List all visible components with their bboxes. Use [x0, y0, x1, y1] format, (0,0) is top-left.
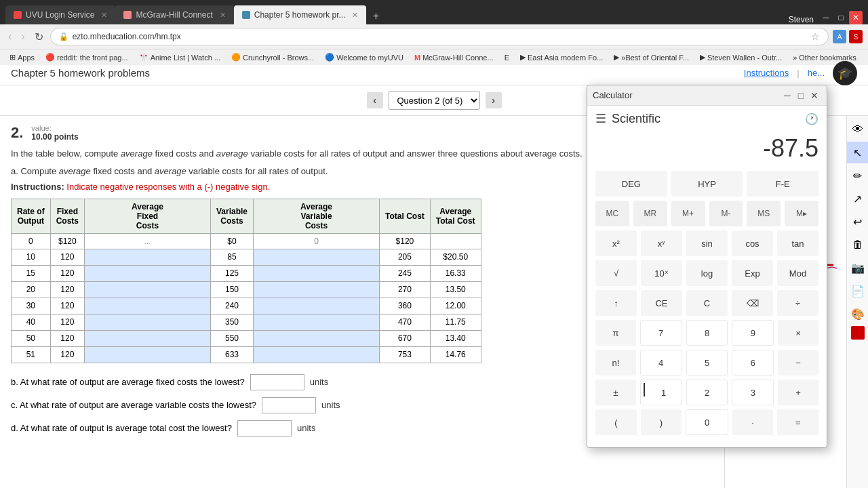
- tab-mcgraw[interactable]: McGraw-Hill Connect ✕: [115, 5, 233, 24]
- tool-arrow-button[interactable]: ↗: [847, 188, 869, 209]
- calc-mstore-button[interactable]: M▸: [785, 201, 818, 226]
- calc-divide-button[interactable]: ÷: [777, 290, 818, 316]
- bookmark-star-icon[interactable]: ☆: [811, 31, 820, 42]
- calc-restore-button[interactable]: □: [794, 89, 808, 102]
- input-avg-fixed-51[interactable]: [85, 347, 210, 363]
- calc-8-button[interactable]: 8: [686, 320, 728, 346]
- cell-avg-var-30[interactable]: [254, 298, 380, 314]
- calc-ms-button[interactable]: MS: [747, 201, 781, 226]
- bookmark-econ[interactable]: E: [500, 54, 513, 62]
- calc-pi-button[interactable]: π: [595, 320, 636, 346]
- cell-avg-fixed-20[interactable]: [85, 281, 211, 298]
- calc-mplus-button[interactable]: M+: [671, 201, 705, 226]
- ext-other[interactable]: S: [849, 30, 863, 43]
- calc-shift-button[interactable]: ↑: [595, 290, 637, 316]
- cell-avg-fixed-10[interactable]: [85, 249, 211, 265]
- input-avg-var-50[interactable]: [254, 331, 379, 346]
- input-avg-var-15[interactable]: [254, 266, 379, 281]
- calc-equals-button[interactable]: =: [777, 409, 818, 435]
- tab-chapter[interactable]: Chapter 5 homework pr... ✕: [234, 5, 367, 24]
- close-tab-chapter[interactable]: ✕: [352, 11, 358, 20]
- cell-avg-var-10[interactable]: [254, 249, 380, 265]
- input-avg-fixed-30[interactable]: [85, 298, 210, 314]
- calc-10x-button[interactable]: 10ˣ: [641, 260, 682, 286]
- calc-plusminus-button[interactable]: ±: [595, 380, 636, 405]
- calc-4-button[interactable]: 4: [640, 350, 682, 375]
- calc-xsq-button[interactable]: x²: [595, 230, 637, 256]
- back-button[interactable]: ‹: [5, 29, 14, 44]
- cell-avg-var-20[interactable]: [254, 281, 380, 298]
- tool-delete-button[interactable]: 🗑: [847, 234, 869, 256]
- cell-avg-var-51[interactable]: [254, 346, 380, 363]
- input-avg-fixed-50[interactable]: [85, 331, 210, 346]
- calc-cos-button[interactable]: cos: [732, 230, 773, 256]
- calc-menu-button[interactable]: ☰: [595, 111, 606, 126]
- help-link[interactable]: he...: [808, 68, 825, 78]
- cell-avg-fixed-50[interactable]: [85, 330, 211, 346]
- calc-xy-button[interactable]: xʸ: [641, 230, 682, 256]
- input-avg-var-51[interactable]: [254, 347, 379, 363]
- tool-undo-button[interactable]: ↩: [847, 211, 869, 232]
- tool-fill-button[interactable]: [851, 326, 865, 340]
- calc-5-button[interactable]: 5: [686, 350, 728, 375]
- cell-avg-fixed-30[interactable]: [85, 298, 211, 314]
- reload-button[interactable]: ↻: [32, 29, 46, 45]
- cell-avg-fixed-51[interactable]: [85, 346, 211, 363]
- input-answer-c[interactable]: [262, 397, 316, 413]
- calc-multiply-button[interactable]: ×: [778, 320, 818, 346]
- input-avg-fixed-10[interactable]: [85, 249, 210, 265]
- calc-lparen-button[interactable]: (: [595, 409, 637, 435]
- calc-log-button[interactable]: log: [686, 260, 728, 286]
- calc-minimize-button[interactable]: ─: [781, 89, 794, 102]
- calc-7-button[interactable]: 7: [640, 320, 682, 346]
- calc-rparen-button[interactable]: ): [641, 409, 682, 435]
- input-answer-d[interactable]: [237, 420, 292, 436]
- maximize-button[interactable]: □: [834, 11, 848, 24]
- calc-mminus-button[interactable]: M-: [709, 201, 743, 226]
- tool-eye-button[interactable]: 👁: [847, 119, 869, 140]
- cell-avg-var-15[interactable]: [254, 265, 380, 281]
- tool-screenshot-button[interactable]: 📷: [847, 257, 869, 279]
- calc-sin-button[interactable]: sin: [686, 230, 728, 256]
- calc-ce-button[interactable]: CE: [641, 290, 682, 316]
- input-avg-var-30[interactable]: [254, 298, 379, 314]
- calc-mr-button[interactable]: MR: [633, 201, 667, 226]
- calc-exp-button[interactable]: Exp: [732, 260, 773, 286]
- calc-history-button[interactable]: 🕐: [805, 113, 818, 125]
- calc-fe-button[interactable]: F-E: [747, 171, 818, 197]
- next-question-button[interactable]: ›: [486, 92, 502, 108]
- address-bar[interactable]: 🔓 ezto.mheducation.com/hm.tpx ☆: [50, 28, 829, 45]
- prev-question-button[interactable]: ‹: [367, 92, 383, 108]
- calc-deg-button[interactable]: DEG: [595, 171, 667, 197]
- calc-subtract-button[interactable]: −: [778, 350, 818, 375]
- calc-1-button[interactable]: 1: [640, 380, 682, 405]
- question-select[interactable]: Question 2 (of 5): [389, 91, 480, 110]
- ext-adp[interactable]: A: [833, 30, 846, 43]
- input-answer-b[interactable]: [250, 374, 304, 390]
- calc-mod-button[interactable]: Mod: [777, 260, 818, 286]
- input-avg-var-10[interactable]: [254, 249, 379, 265]
- calc-tan-button[interactable]: tan: [777, 230, 818, 256]
- tool-cursor-button[interactable]: ↖: [847, 142, 869, 163]
- calc-hyp-button[interactable]: HYP: [671, 171, 743, 197]
- cell-avg-fixed-15[interactable]: [85, 265, 211, 281]
- tab-uvu[interactable]: UVU Login Service ✕: [5, 5, 115, 24]
- tool-note-button[interactable]: 📄: [847, 280, 869, 302]
- tool-color-button[interactable]: 🎨: [847, 303, 869, 325]
- calc-sqrt-button[interactable]: √: [595, 260, 637, 286]
- calc-add-button[interactable]: +: [778, 380, 818, 405]
- instructions-link[interactable]: Instructions: [744, 68, 789, 78]
- calc-c-button[interactable]: C: [686, 290, 728, 316]
- calc-3-button[interactable]: 3: [732, 380, 774, 405]
- new-tab-button[interactable]: +: [366, 8, 385, 24]
- close-button[interactable]: ✕: [849, 11, 863, 24]
- cell-avg-var-40[interactable]: [254, 314, 380, 330]
- cell-avg-fixed-40[interactable]: [85, 314, 211, 330]
- cell-avg-var-50[interactable]: [254, 330, 380, 346]
- calc-2-button[interactable]: 2: [686, 380, 728, 405]
- close-tab-mcgraw[interactable]: ✕: [220, 11, 226, 20]
- calc-close-button[interactable]: ✕: [808, 89, 821, 102]
- input-avg-var-20[interactable]: [254, 282, 379, 298]
- calc-0-button[interactable]: 0: [686, 409, 728, 435]
- input-avg-fixed-15[interactable]: [85, 266, 210, 281]
